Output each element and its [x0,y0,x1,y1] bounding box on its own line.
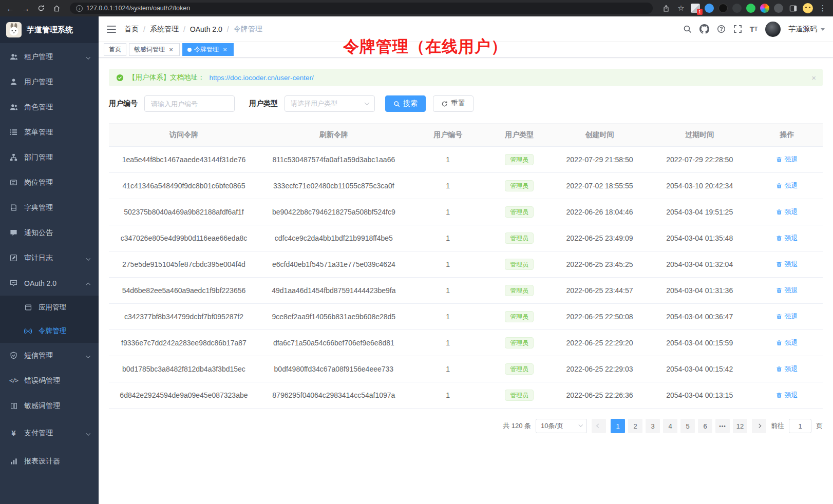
hamburger-icon[interactable] [107,25,116,33]
chevron-down-icon [578,423,582,427]
reset-button[interactable]: 重置 [433,95,474,112]
extension-gray-icon[interactable] [732,4,742,13]
search-icon[interactable] [683,25,692,33]
sidebar-item-error-code[interactable]: </> 错误码管理 [0,368,99,393]
user-id-cell: 1 [409,173,487,199]
next-page-button[interactable] [752,419,766,433]
page-number-button[interactable]: 4 [663,419,677,433]
breadcrumb-system[interactable]: 系统管理 [150,25,179,34]
browser-menu-icon[interactable]: ⋮ [818,3,828,13]
sidebar-item-label: 敏感词管理 [24,401,89,411]
created-time-cell: 2022-06-26 18:04:46 [552,199,648,225]
app-title: 芋道管理系统 [27,25,73,35]
expire-time-cell: 2054-03-04 01:35:48 [648,225,751,251]
force-logout-button[interactable]: 强退 [776,155,798,164]
breadcrumb-separator: / [143,25,145,33]
help-icon[interactable] [717,25,726,33]
home-button[interactable] [51,3,62,13]
font-size-icon[interactable]: TT [750,25,758,33]
breadcrumb-oauth2[interactable]: OAuth 2.0 [190,25,222,33]
doc-link[interactable]: https://doc.iocoder.cn/user-center/ [210,74,314,82]
sidebar-item-pay[interactable]: ¥ 支付管理 [0,420,99,445]
sidebar-item-oauth2[interactable]: OAuth 2.0 [0,270,99,296]
search-button[interactable]: 搜索 [385,95,426,112]
github-icon[interactable] [699,24,709,34]
sidebar-item-report-designer[interactable]: 报表设计器 [0,449,99,474]
page-number-button[interactable]: 1 [611,419,625,433]
close-icon[interactable]: × [167,46,175,53]
sidebar-item-sensitive-words[interactable]: 敏感词管理 [0,393,99,418]
sidebar-item-oauth-apps[interactable]: 应用管理 [0,296,99,319]
force-logout-button[interactable]: 强退 [776,181,798,190]
sidebar-item-token[interactable]: 令牌管理 [0,319,99,343]
bookmark-star-icon[interactable]: ☆ [676,3,686,13]
breadcrumb-home[interactable]: 首页 [124,25,139,34]
app-logo-area[interactable]: 芋道管理系统 [0,16,99,43]
extension-pinwheel-icon[interactable] [760,4,769,13]
sidebar-item-post[interactable]: 岗位管理 [0,170,99,195]
sidebar-item-user[interactable]: 用户管理 [0,69,99,94]
user-menu[interactable]: 芋道源码 [788,25,825,34]
page-number-button[interactable]: 12 [733,419,747,433]
force-logout-button[interactable]: 强退 [776,338,798,347]
goto-page-input[interactable] [789,419,811,433]
page-number-button[interactable]: 5 [680,419,695,433]
table-row: f9336e7c7dd242a283ee98dc86b17a87 dfa6c71… [109,330,823,356]
sidebar-item-dict[interactable]: 字典管理 [0,195,99,220]
extension-dark-icon[interactable] [718,4,728,13]
user-id-input[interactable] [144,95,235,112]
force-logout-button[interactable]: 强退 [776,260,798,269]
delete-icon [776,183,782,189]
sidebar-item-role[interactable]: 角色管理 [0,94,99,120]
prev-page-button[interactable] [592,419,606,433]
refresh-button[interactable] [36,3,46,13]
force-logout-button[interactable]: 强退 [776,234,798,243]
extension-tabs-icon[interactable]: 1 [691,4,700,13]
tab-sensitive-words[interactable]: 敏感词管理 × [129,43,180,56]
back-button[interactable]: ← [5,3,15,13]
force-logout-button[interactable]: 强退 [776,391,798,400]
side-panel-icon[interactable] [788,3,798,13]
browser-profile-avatar[interactable] [803,3,813,13]
user-icon [9,77,18,86]
oauth2-submenu: 应用管理 令牌管理 [0,296,99,343]
site-info-icon[interactable]: i [76,5,83,12]
breadcrumb: 首页 / 系统管理 / OAuth 2.0 / 令牌管理 [124,25,262,34]
tab-home[interactable]: 首页 [104,43,126,56]
force-logout-button[interactable]: 强退 [776,312,798,321]
force-logout-button[interactable]: 强退 [776,207,798,217]
extension-green-icon[interactable] [746,4,755,13]
chevron-up-icon [87,279,90,287]
notice-bubble-icon [9,228,18,237]
alert-close-icon[interactable]: × [811,73,816,82]
tab-token[interactable]: 令牌管理 × [182,43,234,56]
page-number-button[interactable]: 3 [646,419,660,433]
user-type-select[interactable]: 请选择用户类型 [285,95,375,112]
share-icon[interactable] [661,3,671,13]
page-number-button[interactable]: 2 [628,419,642,433]
sidebar-item-audit-log[interactable]: 审计日志 [0,245,99,270]
sidebar-item-sms[interactable]: 短信管理 [0,343,99,368]
user-id-cell: 1 [409,225,487,251]
page-number-button[interactable]: 6 [698,419,712,433]
force-logout-button[interactable]: 强退 [776,286,798,295]
sidebar-item-tenant[interactable]: 租户管理 [0,44,99,69]
shield-icon [9,351,18,360]
delete-icon [776,366,782,372]
close-icon[interactable]: × [221,46,229,53]
sidebar-item-notice[interactable]: 通知公告 [0,220,99,245]
fullscreen-icon[interactable] [733,25,742,33]
tab-label: 敏感词管理 [134,45,165,54]
sidebar-item-menu[interactable]: 菜单管理 [0,120,99,145]
force-logout-button[interactable]: 强退 [776,364,798,374]
page-number-button[interactable]: ••• [715,419,730,433]
user-avatar[interactable] [765,22,781,37]
extension-blue-icon[interactable] [705,4,714,13]
delete-icon [776,392,782,398]
forward-button[interactable]: → [21,3,31,13]
page-size-select[interactable]: 10条/页 [536,419,587,433]
address-bar[interactable]: i 127.0.0.1:1024/system/oauth2/token [70,3,653,14]
extensions-puzzle-icon[interactable] [774,4,783,13]
sidebar-item-dept[interactable]: 部门管理 [0,145,99,170]
action-cell: 强退 [751,330,823,356]
